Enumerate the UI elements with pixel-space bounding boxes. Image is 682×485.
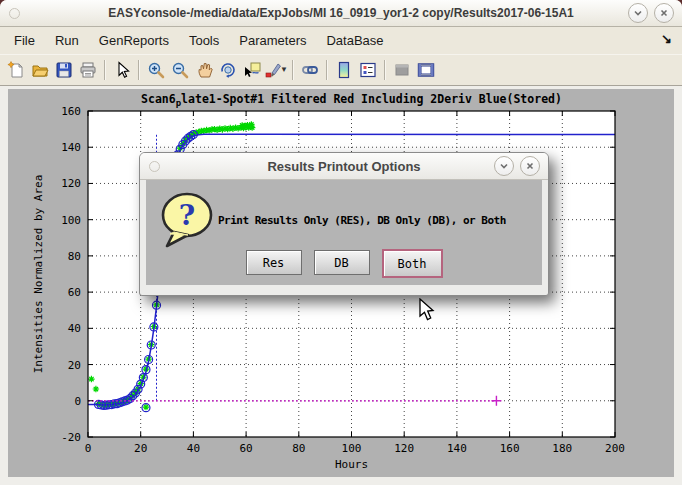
window-titlebar[interactable]: EASYconsole-/media/data/ExpJobs/MI 16_09… (0, 0, 682, 27)
svg-text:40: 40 (68, 322, 81, 335)
svg-text:20: 20 (134, 442, 147, 455)
mouse-cursor-icon (419, 298, 435, 322)
svg-text:80: 80 (292, 442, 305, 455)
svg-text:60: 60 (68, 286, 81, 299)
toolbar-separator (292, 60, 294, 80)
insert-legend-button[interactable] (356, 58, 380, 82)
brush-data-button[interactable]: ▼ (264, 58, 288, 82)
svg-text:0: 0 (85, 442, 92, 455)
save-floppy-icon (55, 61, 73, 79)
svg-text:180: 180 (552, 442, 572, 455)
data-cursor-button[interactable] (240, 58, 264, 82)
svg-text:100: 100 (342, 442, 362, 455)
menu-run[interactable]: Run (45, 29, 89, 52)
menu-overflow-arrow-icon[interactable]: ↘ (661, 31, 672, 46)
show-plot-tools-icon (417, 61, 435, 79)
insert-colorbar-button[interactable] (332, 58, 356, 82)
svg-text:60: 60 (239, 442, 252, 455)
rotate-3d-icon (219, 61, 237, 79)
save-figure-button[interactable] (52, 58, 76, 82)
svg-text:200: 200 (605, 442, 625, 455)
res-button[interactable]: Res (246, 250, 302, 275)
svg-text:Intensities Normalized by Area: Intensities Normalized by Area (32, 175, 45, 374)
shade-button[interactable] (628, 3, 648, 23)
link-chain-icon (301, 61, 319, 79)
new-figure-icon (7, 61, 25, 79)
close-icon (659, 8, 669, 18)
zoom-in-icon (147, 61, 165, 79)
chevron-down-icon (499, 161, 509, 171)
hide-plot-tools-button[interactable] (390, 58, 414, 82)
toolbar-separator (104, 60, 106, 80)
easyconsole-window: EASYconsole-/media/data/ExpJobs/MI 16_09… (0, 0, 682, 485)
svg-text:120: 120 (61, 177, 81, 190)
zoom-in-button[interactable] (144, 58, 168, 82)
toolbar-separator (138, 60, 140, 80)
both-button[interactable]: Both (382, 249, 443, 278)
open-file-button[interactable] (28, 58, 52, 82)
svg-text:Hours: Hours (335, 458, 368, 471)
dialog-close-button[interactable] (520, 156, 540, 176)
svg-text:100: 100 (61, 214, 81, 227)
svg-text:120: 120 (394, 442, 414, 455)
data-cursor-icon (243, 61, 261, 79)
svg-text:?: ? (179, 199, 195, 232)
svg-text:20: 20 (68, 359, 81, 372)
dialog-title: Results Printout Options (140, 159, 548, 174)
menu-database[interactable]: DataBase (316, 29, 393, 52)
svg-text:80: 80 (68, 250, 81, 263)
toolbar-separator (384, 60, 386, 80)
rotate-3d-button[interactable] (216, 58, 240, 82)
svg-text:160: 160 (61, 105, 81, 118)
svg-text:40: 40 (187, 442, 200, 455)
brush-dropdown-caret-icon[interactable]: ▼ (280, 65, 288, 74)
dialog-shade-button[interactable] (494, 156, 514, 176)
svg-text:140: 140 (61, 141, 81, 154)
menu-tools[interactable]: Tools (179, 29, 229, 52)
dialog-body: ? Print Results Only (RES), DB Only (DB)… (146, 180, 542, 285)
menu-parameters[interactable]: Parameters (229, 29, 316, 52)
zoom-out-icon (171, 61, 189, 79)
dialog-titlebar[interactable]: Results Printout Options (140, 153, 548, 180)
close-button[interactable] (654, 3, 674, 23)
pan-hand-icon (195, 61, 213, 79)
chevron-down-icon (633, 8, 643, 18)
toolbar-separator (326, 60, 328, 80)
svg-text:140: 140 (447, 442, 467, 455)
open-folder-icon (31, 61, 49, 79)
printer-icon (79, 61, 97, 79)
svg-text:160: 160 (500, 442, 520, 455)
pointer-arrow-icon (113, 61, 131, 79)
menu-genreports[interactable]: GenReports (89, 29, 179, 52)
zoom-out-button[interactable] (168, 58, 192, 82)
close-icon (525, 161, 535, 171)
link-plot-button[interactable] (298, 58, 322, 82)
legend-icon (359, 61, 377, 79)
hide-plot-tools-icon (393, 61, 411, 79)
show-plot-tools-dock-button[interactable] (414, 58, 438, 82)
toolbar: ▼ (0, 54, 682, 86)
window-title: EASYconsole-/media/data/ExpJobs/MI 16_09… (0, 6, 682, 20)
question-bubble-icon: ? (158, 190, 218, 248)
svg-text:Scan6plate1-Spot#1 Filtered Re: Scan6plate1-Spot#1 Filtered Red Includin… (141, 92, 562, 108)
dialog-button-row: Res DB Both (146, 250, 542, 278)
colorbar-icon (335, 61, 353, 79)
pan-button[interactable] (192, 58, 216, 82)
dialog-message: Print Results Only (RES), DB Only (DB), … (218, 214, 506, 227)
new-figure-button[interactable] (4, 58, 28, 82)
menu-bar: File Run GenReports Tools Parameters Dat… (0, 27, 682, 54)
db-button[interactable]: DB (314, 250, 370, 275)
edit-plot-button[interactable] (110, 58, 134, 82)
menu-file[interactable]: File (4, 29, 45, 52)
svg-text:-20: -20 (61, 431, 81, 444)
print-figure-button[interactable] (76, 58, 100, 82)
results-printout-dialog: Results Printout Options ? Print Results… (139, 152, 549, 296)
svg-text:0: 0 (74, 395, 81, 408)
